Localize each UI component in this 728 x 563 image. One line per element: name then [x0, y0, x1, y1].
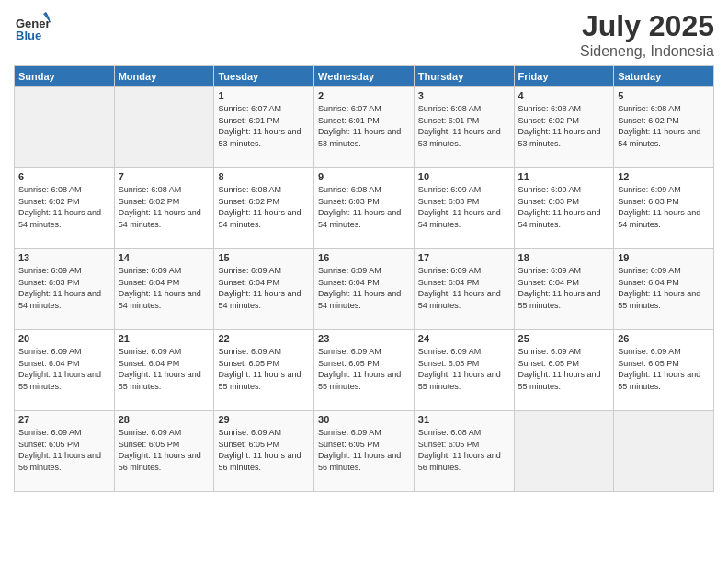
day-number: 7: [119, 171, 210, 182]
calendar-cell: 29Sunrise: 6:09 AMSunset: 6:05 PMDayligh…: [214, 411, 314, 492]
cell-sun-info: Sunrise: 6:09 AMSunset: 6:03 PMDaylight:…: [418, 184, 510, 230]
calendar-cell: 9Sunrise: 6:08 AMSunset: 6:03 PMDaylight…: [314, 168, 415, 249]
calendar-cell: 3Sunrise: 6:08 AMSunset: 6:01 PMDaylight…: [414, 87, 514, 168]
calendar-cell: 27Sunrise: 6:09 AMSunset: 6:05 PMDayligh…: [15, 411, 115, 492]
week-row-1: 1Sunrise: 6:07 AMSunset: 6:01 PMDaylight…: [15, 87, 714, 168]
cell-sun-info: Sunrise: 6:08 AMSunset: 6:02 PMDaylight:…: [18, 184, 110, 230]
calendar-cell: 5Sunrise: 6:08 AMSunset: 6:02 PMDaylight…: [614, 87, 714, 168]
calendar-cell: 21Sunrise: 6:09 AMSunset: 6:04 PMDayligh…: [114, 330, 214, 411]
calendar-cell: 10Sunrise: 6:09 AMSunset: 6:03 PMDayligh…: [414, 168, 514, 249]
col-header-friday: Friday: [514, 66, 614, 87]
cell-sun-info: Sunrise: 6:09 AMSunset: 6:03 PMDaylight:…: [18, 265, 110, 311]
day-number: 13: [18, 252, 110, 263]
cell-sun-info: Sunrise: 6:09 AMSunset: 6:04 PMDaylight:…: [18, 346, 110, 392]
cell-sun-info: Sunrise: 6:09 AMSunset: 6:04 PMDaylight:…: [119, 346, 210, 392]
day-number: 31: [418, 414, 510, 425]
cell-sun-info: Sunrise: 6:09 AMSunset: 6:05 PMDaylight:…: [218, 346, 310, 392]
calendar-cell: 14Sunrise: 6:09 AMSunset: 6:04 PMDayligh…: [114, 249, 214, 330]
day-number: 26: [618, 333, 710, 344]
cell-sun-info: Sunrise: 6:08 AMSunset: 6:01 PMDaylight:…: [418, 103, 510, 149]
day-number: 3: [418, 90, 510, 101]
col-header-saturday: Saturday: [614, 66, 714, 87]
calendar-cell: 24Sunrise: 6:09 AMSunset: 6:05 PMDayligh…: [414, 330, 514, 411]
cell-sun-info: Sunrise: 6:08 AMSunset: 6:02 PMDaylight:…: [119, 184, 210, 230]
day-number: 1: [218, 90, 310, 101]
day-number: 12: [618, 171, 710, 182]
calendar-cell: 18Sunrise: 6:09 AMSunset: 6:04 PMDayligh…: [514, 249, 614, 330]
cell-sun-info: Sunrise: 6:08 AMSunset: 6:02 PMDaylight:…: [518, 103, 610, 149]
day-number: 9: [318, 171, 410, 182]
calendar-cell: 19Sunrise: 6:09 AMSunset: 6:04 PMDayligh…: [614, 249, 714, 330]
logo-icon: General Blue: [14, 9, 51, 46]
cell-sun-info: Sunrise: 6:08 AMSunset: 6:02 PMDaylight:…: [218, 184, 310, 230]
day-number: 8: [218, 171, 310, 182]
day-number: 18: [518, 252, 610, 263]
cell-sun-info: Sunrise: 6:09 AMSunset: 6:05 PMDaylight:…: [18, 427, 110, 473]
calendar-cell: [514, 411, 614, 492]
day-number: 17: [418, 252, 510, 263]
calendar-cell: 20Sunrise: 6:09 AMSunset: 6:04 PMDayligh…: [15, 330, 115, 411]
title-block: July 2025 Sideneng, Indonesia: [580, 9, 714, 60]
cell-sun-info: Sunrise: 6:09 AMSunset: 6:03 PMDaylight:…: [518, 184, 610, 230]
day-number: 27: [18, 414, 110, 425]
day-number: 19: [618, 252, 710, 263]
cell-sun-info: Sunrise: 6:09 AMSunset: 6:04 PMDaylight:…: [119, 265, 210, 311]
month-year-title: July 2025: [580, 9, 714, 43]
cell-sun-info: Sunrise: 6:09 AMSunset: 6:04 PMDaylight:…: [518, 265, 610, 311]
calendar-cell: 28Sunrise: 6:09 AMSunset: 6:05 PMDayligh…: [114, 411, 214, 492]
calendar-cell: 30Sunrise: 6:09 AMSunset: 6:05 PMDayligh…: [314, 411, 415, 492]
calendar-cell: 26Sunrise: 6:09 AMSunset: 6:05 PMDayligh…: [614, 330, 714, 411]
calendar-cell: 17Sunrise: 6:09 AMSunset: 6:04 PMDayligh…: [414, 249, 514, 330]
calendar-table: SundayMondayTuesdayWednesdayThursdayFrid…: [14, 65, 714, 492]
day-number: 28: [119, 414, 210, 425]
calendar-cell: 25Sunrise: 6:09 AMSunset: 6:05 PMDayligh…: [514, 330, 614, 411]
day-number: 30: [318, 414, 410, 425]
day-number: 21: [119, 333, 210, 344]
day-number: 25: [518, 333, 610, 344]
day-number: 15: [218, 252, 310, 263]
col-header-sunday: Sunday: [15, 66, 115, 87]
week-row-5: 27Sunrise: 6:09 AMSunset: 6:05 PMDayligh…: [15, 411, 714, 492]
header-row: SundayMondayTuesdayWednesdayThursdayFrid…: [15, 66, 714, 87]
day-number: 6: [18, 171, 110, 182]
week-row-4: 20Sunrise: 6:09 AMSunset: 6:04 PMDayligh…: [15, 330, 714, 411]
cell-sun-info: Sunrise: 6:08 AMSunset: 6:05 PMDaylight:…: [418, 427, 510, 473]
cell-sun-info: Sunrise: 6:09 AMSunset: 6:05 PMDaylight:…: [618, 346, 710, 392]
calendar-cell: 7Sunrise: 6:08 AMSunset: 6:02 PMDaylight…: [114, 168, 214, 249]
svg-text:Blue: Blue: [16, 29, 41, 42]
cell-sun-info: Sunrise: 6:09 AMSunset: 6:05 PMDaylight:…: [119, 427, 210, 473]
day-number: 10: [418, 171, 510, 182]
week-row-3: 13Sunrise: 6:09 AMSunset: 6:03 PMDayligh…: [15, 249, 714, 330]
cell-sun-info: Sunrise: 6:09 AMSunset: 6:03 PMDaylight:…: [618, 184, 710, 230]
calendar-cell: 1Sunrise: 6:07 AMSunset: 6:01 PMDaylight…: [214, 87, 314, 168]
day-number: 14: [119, 252, 210, 263]
day-number: 22: [218, 333, 310, 344]
calendar-cell: 8Sunrise: 6:08 AMSunset: 6:02 PMDaylight…: [214, 168, 314, 249]
calendar-cell: 13Sunrise: 6:09 AMSunset: 6:03 PMDayligh…: [15, 249, 115, 330]
cell-sun-info: Sunrise: 6:09 AMSunset: 6:04 PMDaylight:…: [218, 265, 310, 311]
page-container: General Blue July 2025 Sideneng, Indones…: [0, 0, 728, 497]
calendar-cell: 15Sunrise: 6:09 AMSunset: 6:04 PMDayligh…: [214, 249, 314, 330]
cell-sun-info: Sunrise: 6:07 AMSunset: 6:01 PMDaylight:…: [318, 103, 410, 149]
cell-sun-info: Sunrise: 6:09 AMSunset: 6:05 PMDaylight:…: [218, 427, 310, 473]
day-number: 20: [18, 333, 110, 344]
calendar-cell: 4Sunrise: 6:08 AMSunset: 6:02 PMDaylight…: [514, 87, 614, 168]
cell-sun-info: Sunrise: 6:08 AMSunset: 6:02 PMDaylight:…: [618, 103, 710, 149]
cell-sun-info: Sunrise: 6:08 AMSunset: 6:03 PMDaylight:…: [318, 184, 410, 230]
calendar-cell: [114, 87, 214, 168]
week-row-2: 6Sunrise: 6:08 AMSunset: 6:02 PMDaylight…: [15, 168, 714, 249]
day-number: 2: [318, 90, 410, 101]
cell-sun-info: Sunrise: 6:07 AMSunset: 6:01 PMDaylight:…: [218, 103, 310, 149]
cell-sun-info: Sunrise: 6:09 AMSunset: 6:04 PMDaylight:…: [418, 265, 510, 311]
cell-sun-info: Sunrise: 6:09 AMSunset: 6:05 PMDaylight:…: [318, 346, 410, 392]
cell-sun-info: Sunrise: 6:09 AMSunset: 6:04 PMDaylight:…: [618, 265, 710, 311]
cell-sun-info: Sunrise: 6:09 AMSunset: 6:05 PMDaylight:…: [318, 427, 410, 473]
calendar-cell: 2Sunrise: 6:07 AMSunset: 6:01 PMDaylight…: [314, 87, 415, 168]
calendar-cell: 11Sunrise: 6:09 AMSunset: 6:03 PMDayligh…: [514, 168, 614, 249]
calendar-cell: 6Sunrise: 6:08 AMSunset: 6:02 PMDaylight…: [15, 168, 115, 249]
calendar-cell: [614, 411, 714, 492]
day-number: 24: [418, 333, 510, 344]
day-number: 29: [218, 414, 310, 425]
col-header-monday: Monday: [114, 66, 214, 87]
calendar-cell: 22Sunrise: 6:09 AMSunset: 6:05 PMDayligh…: [214, 330, 314, 411]
